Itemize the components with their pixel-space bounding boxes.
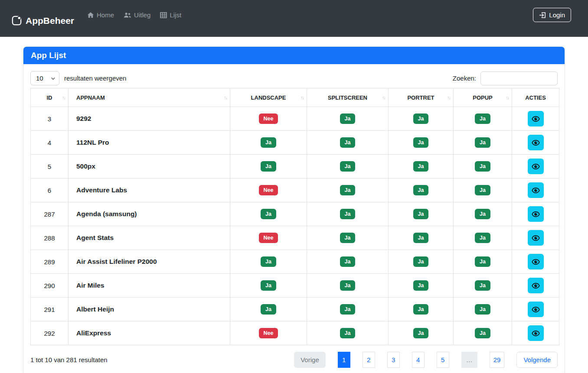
box-arrow-in-right-icon xyxy=(539,12,546,19)
badge-ja: Ja xyxy=(261,280,276,291)
nav-item-home[interactable]: Home xyxy=(87,11,114,19)
view-button[interactable] xyxy=(528,111,544,126)
eye-icon xyxy=(532,115,540,123)
cell-landscape: Nee xyxy=(230,226,307,250)
view-button[interactable] xyxy=(528,182,544,198)
cell-acties xyxy=(512,107,559,131)
cell-acties xyxy=(512,250,559,274)
brand[interactable]: AppBeheer xyxy=(12,16,74,26)
cell-popup: Ja xyxy=(454,298,512,321)
view-button[interactable] xyxy=(528,278,544,293)
badge-ja: Ja xyxy=(340,328,356,339)
cell-appnaam: Adventure Labs xyxy=(69,178,230,202)
cell-popup: Ja xyxy=(454,178,512,202)
sort-arrows-icon: ↑↓ xyxy=(224,95,227,100)
badge-ja: Ja xyxy=(413,328,429,339)
page-size-select[interactable]: 10 xyxy=(30,71,59,85)
page-button-1[interactable]: 1 xyxy=(338,352,350,368)
column-label: SPLITSCREEN xyxy=(328,94,367,101)
cell-id: 292 xyxy=(31,321,69,345)
cell-splitscreen: Ja xyxy=(307,321,389,345)
view-button[interactable] xyxy=(528,159,544,174)
cell-appnaam: Agenda (samsung) xyxy=(69,202,230,226)
eye-icon xyxy=(532,282,540,290)
badge-ja: Ja xyxy=(413,114,429,124)
cell-portret: Ja xyxy=(389,202,454,226)
table-row: 292AliExpressNeeJaJaJa xyxy=(31,321,559,345)
cell-portret: Ja xyxy=(389,298,454,321)
table-body: 39292NeeJaJaJa4112NL ProJaJaJaJa5500pxJa… xyxy=(31,107,559,345)
column-label: POPUP xyxy=(473,94,493,101)
search-label: Zoeken: xyxy=(453,75,476,82)
cell-portret: Ja xyxy=(389,155,454,178)
badge-ja: Ja xyxy=(340,114,356,124)
cell-acties xyxy=(512,226,559,250)
column-header-portret[interactable]: PORTRET↑↓ xyxy=(389,88,454,107)
sort-arrows-icon: ↑↓ xyxy=(447,95,450,100)
badge-ja: Ja xyxy=(261,137,276,148)
eye-icon xyxy=(532,234,540,242)
page-size-wrap: 10 xyxy=(30,71,59,85)
cell-landscape: Ja xyxy=(230,202,307,226)
badge-ja: Ja xyxy=(413,185,429,196)
login-button[interactable]: Login xyxy=(533,8,571,22)
cell-portret: Ja xyxy=(389,321,454,345)
sort-arrows-icon: ↑↓ xyxy=(62,95,65,100)
badge-nee: Nee xyxy=(259,114,278,124)
table-row: 6Adventure LabsNeeJaJaJa xyxy=(31,178,559,202)
column-label: APPNAAM xyxy=(76,94,105,101)
search-input[interactable] xyxy=(480,71,558,85)
badge-nee: Nee xyxy=(259,233,278,243)
cell-acties xyxy=(512,131,559,155)
column-header-appnaam[interactable]: APPNAAM↑↓ xyxy=(69,88,230,107)
badge-ja: Ja xyxy=(340,280,356,291)
cell-portret: Ja xyxy=(389,274,454,298)
cell-portret: Ja xyxy=(389,250,454,274)
nav-item-label: Home xyxy=(97,11,114,19)
view-button[interactable] xyxy=(528,302,544,317)
cell-id: 291 xyxy=(31,298,69,321)
table-row: 4112NL ProJaJaJaJa xyxy=(31,131,559,155)
badge-ja: Ja xyxy=(413,161,429,172)
badge-ja: Ja xyxy=(261,304,276,315)
nav-item-lijst[interactable]: Lijst xyxy=(160,11,181,19)
cell-popup: Ja xyxy=(454,226,512,250)
page-button-3[interactable]: 3 xyxy=(387,352,400,368)
badge-ja: Ja xyxy=(475,328,490,339)
badge-ja: Ja xyxy=(413,209,429,220)
column-header-popup[interactable]: POPUP↑↓ xyxy=(454,88,512,107)
nav-item-uitleg[interactable]: Uitleg xyxy=(124,11,150,19)
eye-icon xyxy=(532,186,540,195)
view-button[interactable] xyxy=(528,254,544,269)
page-button-2[interactable]: 2 xyxy=(363,352,375,368)
view-button[interactable] xyxy=(528,206,544,222)
view-button[interactable] xyxy=(528,135,544,150)
table-row: 287Agenda (samsung)JaJaJaJa xyxy=(31,202,559,226)
page-content: App Lijst 10 resultaten weergeven Zoeken… xyxy=(0,37,588,373)
next-button[interactable]: Volgende xyxy=(516,352,558,368)
cell-id: 5 xyxy=(31,155,69,178)
cell-portret: Ja xyxy=(389,107,454,131)
page-button-29[interactable]: 29 xyxy=(490,352,505,368)
cell-splitscreen: Ja xyxy=(307,202,389,226)
app-table: ID↑↓APPNAAM↑↓LANDSCAPE↑↓SPLITSCREEN↑↓POR… xyxy=(30,88,559,345)
view-button[interactable] xyxy=(528,325,544,341)
cell-appnaam: Albert Heijn xyxy=(69,298,230,321)
cell-splitscreen: Ja xyxy=(307,155,389,178)
column-header-splitscreen[interactable]: SPLITSCREEN↑↓ xyxy=(307,88,389,107)
page-button-4[interactable]: 4 xyxy=(412,352,425,368)
cell-landscape: Nee xyxy=(230,107,307,131)
results-info: 1 tot 10 van 281 resultaten xyxy=(30,356,108,363)
cell-splitscreen: Ja xyxy=(307,107,389,131)
cell-acties xyxy=(512,178,559,202)
column-header-landscape[interactable]: LANDSCAPE↑↓ xyxy=(230,88,307,107)
column-header-id[interactable]: ID↑↓ xyxy=(31,88,69,107)
cell-id: 4 xyxy=(31,131,69,155)
view-button[interactable] xyxy=(528,230,544,246)
cell-splitscreen: Ja xyxy=(307,226,389,250)
cell-popup: Ja xyxy=(454,131,512,155)
badge-ja: Ja xyxy=(413,256,429,267)
badge-ja: Ja xyxy=(475,185,490,196)
page-size-label: resultaten weergeven xyxy=(64,75,126,82)
page-button-5[interactable]: 5 xyxy=(437,352,449,368)
